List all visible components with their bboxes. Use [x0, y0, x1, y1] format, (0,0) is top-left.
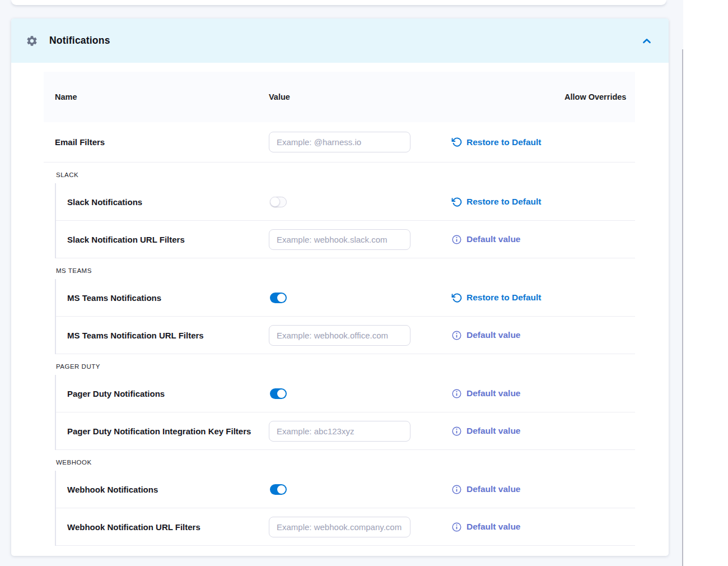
toggle-knob — [277, 485, 286, 494]
restore-icon — [451, 197, 462, 207]
column-header-name: Name — [44, 90, 269, 104]
action-label: Default value — [466, 330, 520, 340]
setting-toggle[interactable] — [270, 197, 287, 207]
value-cell — [269, 517, 451, 537]
value-cell — [269, 484, 451, 495]
group-rows: Email Filters Restore to Default — [44, 122, 635, 163]
info-icon — [451, 388, 462, 399]
right-rail-divider — [682, 49, 683, 566]
action-label: Restore to Default — [466, 137, 542, 147]
settings-group: SLACK Slack Notifications Restore to Def… — [44, 163, 635, 258]
default-value-indicator[interactable]: Default value — [451, 522, 520, 532]
setting-input[interactable] — [269, 132, 410, 152]
setting-row: Slack Notifications Restore to Default — [56, 183, 635, 221]
action-cell: Default value — [451, 484, 635, 495]
setting-name: Webhook Notification URL Filters — [56, 522, 269, 532]
setting-row: MS Teams Notifications Restore to Defaul… — [56, 279, 635, 317]
action-cell: Default value — [451, 234, 635, 245]
setting-name: MS Teams Notifications — [56, 293, 269, 303]
restore-icon — [451, 137, 462, 147]
action-label: Restore to Default — [466, 293, 542, 303]
toggle-knob — [277, 389, 286, 398]
settings-group: MS TEAMS MS Teams Notifications Restore … — [44, 258, 635, 354]
setting-row: Pager Duty Notification Integration Key … — [56, 412, 635, 450]
action-label: Default value — [466, 388, 520, 398]
info-icon — [451, 426, 462, 437]
restore-icon — [451, 293, 462, 303]
info-icon — [451, 330, 462, 341]
action-cell: Default value — [451, 330, 635, 341]
default-value-indicator[interactable]: Default value — [451, 426, 520, 437]
setting-name: Pager Duty Notifications — [56, 389, 269, 398]
value-cell — [269, 388, 451, 399]
panel-header: Notifications — [11, 18, 669, 63]
info-icon — [451, 522, 462, 532]
default-value-indicator[interactable]: Default value — [451, 330, 520, 341]
setting-name: Email Filters — [44, 137, 269, 147]
action-cell: Restore to Default — [451, 197, 635, 207]
default-value-indicator[interactable]: Default value — [451, 234, 520, 245]
right-rail — [683, 0, 728, 566]
group-rows: Pager Duty Notifications Default value P… — [55, 375, 635, 450]
action-cell: Restore to Default — [451, 137, 635, 147]
settings-group: Email Filters Restore to Default — [44, 122, 635, 163]
setting-row: Webhook Notifications Default value — [56, 471, 635, 508]
group-rows: Webhook Notifications Default value Webh… — [55, 471, 635, 546]
setting-row: Slack Notification URL Filters Default v… — [56, 221, 635, 258]
setting-name: MS Teams Notification URL Filters — [56, 331, 269, 340]
value-cell — [269, 132, 451, 152]
setting-name: Slack Notifications — [56, 197, 269, 207]
setting-input[interactable] — [269, 517, 410, 537]
settings-group: WEBHOOK Webhook Notifications Default va… — [44, 450, 635, 546]
action-label: Restore to Default — [466, 197, 542, 207]
toggle-knob — [277, 294, 286, 302]
setting-toggle[interactable] — [270, 293, 287, 303]
restore-to-default-link[interactable]: Restore to Default — [451, 197, 542, 207]
default-value-indicator[interactable]: Default value — [451, 484, 520, 495]
toggle-knob — [270, 197, 280, 207]
restore-to-default-link[interactable]: Restore to Default — [451, 293, 542, 303]
settings-table: Name Value Allow Overrides Email Filters… — [44, 72, 635, 546]
value-cell — [269, 229, 451, 250]
action-cell: Default value — [451, 426, 635, 437]
action-cell: Default value — [451, 522, 635, 532]
gear-icon — [26, 35, 38, 47]
settings-group: PAGER DUTY Pager Duty Notifications Defa… — [44, 354, 635, 450]
column-header-allow-overrides: Allow Overrides — [564, 90, 635, 104]
setting-row: Webhook Notification URL Filters Default… — [56, 508, 635, 546]
group-label: WEBHOOK — [44, 450, 635, 471]
info-icon — [451, 484, 462, 495]
action-label: Default value — [466, 522, 520, 532]
setting-row: Email Filters Restore to Default — [44, 122, 635, 163]
setting-name: Slack Notification URL Filters — [56, 235, 269, 244]
setting-name: Pager Duty Notification Integration Key … — [56, 426, 269, 436]
action-label: Default value — [466, 234, 520, 244]
action-cell: Default value — [451, 388, 635, 399]
column-header-value: Value — [269, 90, 564, 104]
notifications-panel: Notifications Name Value Allow Overrides… — [11, 18, 669, 556]
setting-toggle[interactable] — [270, 388, 287, 399]
value-cell — [269, 421, 451, 442]
setting-toggle[interactable] — [270, 484, 287, 495]
setting-row: MS Teams Notification URL Filters Defaul… — [56, 317, 635, 354]
group-label: SLACK — [44, 163, 635, 183]
group-rows: MS Teams Notifications Restore to Defaul… — [55, 279, 635, 354]
setting-input[interactable] — [269, 229, 410, 250]
settings-groups: Email Filters Restore to Default SLACK S… — [44, 122, 635, 546]
table-header-row: Name Value Allow Overrides — [44, 72, 635, 122]
setting-input[interactable] — [269, 421, 410, 442]
value-cell — [269, 325, 451, 346]
setting-input[interactable] — [269, 325, 410, 346]
group-label: PAGER DUTY — [44, 354, 635, 375]
previous-card-bottom-edge — [11, 0, 666, 5]
info-icon — [451, 234, 462, 245]
collapse-section-button[interactable] — [640, 34, 654, 48]
value-cell — [269, 197, 451, 207]
group-label: MS TEAMS — [44, 258, 635, 279]
setting-name: Webhook Notifications — [56, 485, 269, 494]
action-label: Default value — [466, 484, 520, 494]
restore-to-default-link[interactable]: Restore to Default — [451, 137, 542, 147]
value-cell — [269, 293, 451, 303]
default-value-indicator[interactable]: Default value — [451, 388, 520, 399]
group-rows: Slack Notifications Restore to Default S… — [55, 183, 635, 258]
